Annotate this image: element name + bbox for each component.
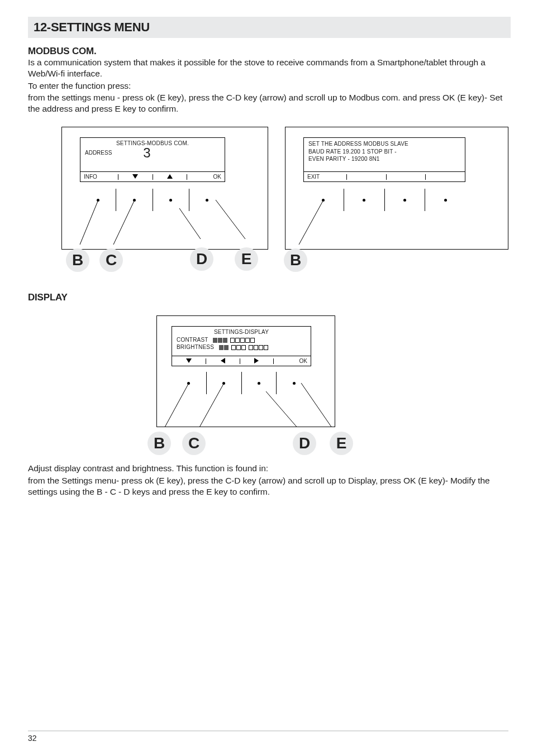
button-b[interactable] bbox=[172, 372, 206, 394]
brightness-blocks bbox=[219, 345, 268, 350]
address-value: 3 bbox=[143, 146, 150, 160]
modbus-p1: Is a communication system that makes it … bbox=[28, 57, 511, 79]
modbus-p3: from the settings menu - press ok (E key… bbox=[28, 92, 511, 114]
footer-ok: OK bbox=[187, 174, 225, 180]
bubble-d: D bbox=[190, 247, 213, 271]
footer-left-icon bbox=[206, 358, 240, 365]
panel-display-screen: SETTINGS-DISPLAY CONTRAST BRIGHTNESS bbox=[172, 326, 311, 366]
svg-line-7 bbox=[266, 391, 302, 427]
contrast-blocks bbox=[213, 338, 255, 343]
bubble-c: C bbox=[99, 248, 123, 272]
button-e[interactable] bbox=[276, 372, 311, 394]
button-e[interactable] bbox=[189, 189, 225, 211]
footer-exit: EXIT bbox=[304, 174, 346, 180]
panel-left-outer: SETTINGS-MODBUS COM. ADDRESS 3 INFO OK bbox=[61, 127, 268, 250]
screen-footer: OK bbox=[172, 356, 311, 366]
r-line2: BAUD RATE 19.200 1 STOP BIT - bbox=[304, 148, 465, 156]
modbus-p2: To enter the function press: bbox=[28, 80, 511, 92]
panel-right-outer: SET THE ADDRESS MODBUS SLAVE BAUD RATE 1… bbox=[285, 127, 508, 250]
button-d[interactable] bbox=[153, 189, 189, 211]
bubble-d: D bbox=[293, 432, 316, 455]
bubble-b: B bbox=[66, 248, 89, 272]
panel-right-screen: SET THE ADDRESS MODBUS SLAVE BAUD RATE 1… bbox=[303, 137, 465, 182]
display-heading: DISPLAY bbox=[28, 292, 511, 303]
display-p2: from the Settings menu- press ok (E key)… bbox=[28, 475, 511, 497]
section-heading: 12-SETTINGS MENU bbox=[28, 17, 511, 38]
footer-ok: OK bbox=[274, 358, 311, 364]
button-b[interactable] bbox=[303, 189, 344, 211]
contrast-label: CONTRAST bbox=[177, 337, 208, 343]
button-e[interactable] bbox=[425, 189, 465, 211]
screen-title: SETTINGS-MODBUS COM. bbox=[80, 138, 225, 147]
address-label: ADDRESS bbox=[85, 150, 112, 156]
d-contrast-row: CONTRAST bbox=[172, 336, 311, 344]
screen-footer: EXIT bbox=[304, 171, 465, 181]
footer-info: INFO bbox=[80, 174, 118, 180]
bubble-e: E bbox=[235, 247, 258, 271]
button-d[interactable] bbox=[241, 372, 277, 394]
panel-left-screen: SETTINGS-MODBUS COM. ADDRESS 3 INFO OK bbox=[80, 137, 225, 182]
bubble-e: E bbox=[330, 432, 353, 455]
bubble-b: B bbox=[147, 432, 171, 455]
button-bar bbox=[303, 189, 465, 211]
modbus-diagram: SETTINGS-MODBUS COM. ADDRESS 3 INFO OK bbox=[28, 127, 511, 289]
d-brightness-row: BRIGHTNESS bbox=[172, 343, 311, 351]
button-bar bbox=[172, 372, 311, 394]
display-diagram: SETTINGS-DISPLAY CONTRAST BRIGHTNESS bbox=[28, 315, 511, 461]
r-line1: SET THE ADDRESS MODBUS SLAVE bbox=[304, 138, 465, 148]
panel-display-outer: SETTINGS-DISPLAY CONTRAST BRIGHTNESS bbox=[156, 315, 335, 427]
d-title: SETTINGS-DISPLAY bbox=[172, 327, 311, 336]
bubble-c: C bbox=[182, 432, 206, 455]
modbus-heading: MODBUS COM. bbox=[28, 46, 511, 57]
display-p1: Adjust display contrast and brightness. … bbox=[28, 463, 511, 474]
button-c[interactable] bbox=[344, 189, 384, 211]
footer-right-icon bbox=[240, 358, 274, 365]
page-number: 32 bbox=[28, 730, 508, 743]
footer-down-icon bbox=[118, 174, 153, 180]
svg-line-2 bbox=[179, 208, 201, 239]
button-c[interactable] bbox=[116, 189, 152, 211]
bubble-b-right: B bbox=[284, 248, 307, 272]
brightness-label: BRIGHTNESS bbox=[177, 344, 214, 350]
button-b[interactable] bbox=[80, 189, 116, 211]
button-bar bbox=[80, 189, 225, 211]
footer-up-icon bbox=[153, 174, 187, 180]
screen-footer: INFO OK bbox=[80, 171, 225, 181]
button-c[interactable] bbox=[206, 372, 241, 394]
button-d[interactable] bbox=[384, 189, 425, 211]
r-line3: EVEN PARITY - 19200 8N1 bbox=[304, 155, 465, 163]
footer-down-icon bbox=[172, 358, 206, 364]
